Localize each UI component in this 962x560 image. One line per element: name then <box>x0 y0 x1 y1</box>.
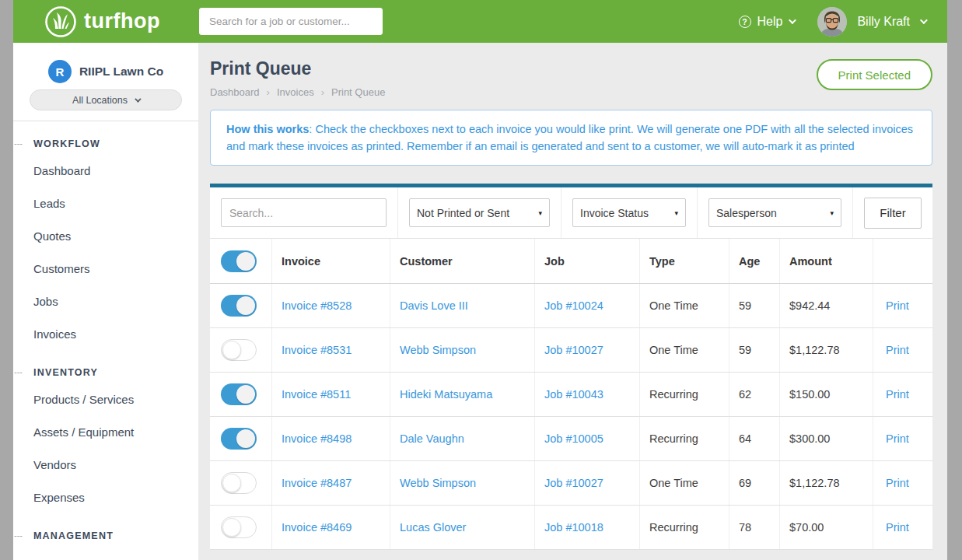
column-header-amount: Amount <box>780 239 873 283</box>
global-search-input[interactable] <box>199 8 383 35</box>
customer-link[interactable]: Webb Simpson <box>400 344 476 356</box>
print-link[interactable]: Print <box>886 477 909 489</box>
sidebar-item-jobs[interactable]: Jobs <box>13 285 198 317</box>
invoice-link[interactable]: Invoice #8531 <box>282 344 352 356</box>
brand-name: turfhop <box>84 9 160 33</box>
salesperson-select[interactable]: Salesperson ▾ <box>708 198 841 227</box>
invoice-link[interactable]: Invoice #8511 <box>282 388 351 401</box>
customer-link-cell: Davis Love III <box>390 284 535 327</box>
toggle-knob <box>222 518 241 537</box>
column-header-type: Type <box>640 239 729 283</box>
sidebar-item-products-services[interactable]: Products / Services <box>13 383 198 415</box>
type-value-cell: Recurring <box>640 506 729 549</box>
type-value: One Time <box>649 299 698 312</box>
select-arrow-icon: ▾ <box>538 209 542 217</box>
row-toggle[interactable] <box>221 516 257 538</box>
breadcrumb-item-print-queue[interactable]: Print Queue <box>331 86 385 98</box>
print-link[interactable]: Print <box>886 344 909 356</box>
invoice-link[interactable]: Invoice #8487 <box>282 477 352 489</box>
type-value: One Time <box>649 344 698 356</box>
invoice-link-cell: Invoice #8469 <box>272 506 390 549</box>
sidebar: R RIIPL Lawn Co All Locations ---WORKFLO… <box>13 43 198 560</box>
invoice-status-select[interactable]: Invoice Status ▾ <box>572 198 686 227</box>
job-link[interactable]: Job #10043 <box>544 388 603 401</box>
customer-link[interactable]: Davis Love III <box>400 299 468 312</box>
user-menu[interactable]: Billy Kraft <box>817 7 925 37</box>
sidebar-item-expenses[interactable]: Expenses <box>13 481 198 513</box>
print-link[interactable]: Print <box>886 432 909 445</box>
sidebar-item-quotes[interactable]: Quotes <box>13 219 198 252</box>
invoice-link[interactable]: Invoice #8498 <box>282 432 352 445</box>
sidebar-item-dashboard[interactable]: Dashboard <box>13 154 198 187</box>
job-link[interactable]: Job #10027 <box>544 477 603 489</box>
user-name: Billy Kraft <box>857 15 910 29</box>
help-menu[interactable]: ? Help <box>739 15 795 29</box>
select-all-toggle[interactable] <box>221 250 257 272</box>
select-all-cell <box>210 239 272 283</box>
amount-value: $1,122.78 <box>789 477 840 489</box>
row-toggle-cell <box>210 417 272 460</box>
print-link[interactable]: Print <box>886 521 909 534</box>
table-row: Invoice #8511Hideki MatsuyamaJob #10043R… <box>210 373 932 417</box>
app-window: turfhop ? Help <box>13 0 947 560</box>
row-toggle-cell <box>210 284 272 327</box>
amount-value: $150.00 <box>789 388 830 401</box>
job-link[interactable]: Job #10027 <box>544 344 603 356</box>
customer-link[interactable]: Dale Vaughn <box>400 432 464 445</box>
job-link[interactable]: Job #10024 <box>544 299 603 312</box>
job-link[interactable]: Job #10005 <box>544 432 603 445</box>
print-link[interactable]: Print <box>886 388 909 401</box>
invoice-table: InvoiceCustomerJobTypeAgeAmountInvoice #… <box>210 239 932 550</box>
print-link[interactable]: Print <box>886 299 909 312</box>
row-toggle-cell <box>210 461 272 505</box>
type-value: Recurring <box>649 388 698 401</box>
type-value: Recurring <box>649 521 698 534</box>
age-value: 62 <box>739 388 751 401</box>
invoice-link-cell: Invoice #8511 <box>272 373 390 416</box>
customer-link[interactable]: Lucas Glover <box>400 521 466 534</box>
row-toggle[interactable] <box>221 428 257 450</box>
job-link[interactable]: Job #10018 <box>544 521 603 534</box>
amount-value: $942.44 <box>789 299 830 312</box>
select-arrow-icon: ▾ <box>830 209 834 217</box>
sidebar-item-customers[interactable]: Customers <box>13 252 198 285</box>
filter-button[interactable]: Filter <box>864 198 922 229</box>
row-toggle[interactable] <box>221 472 257 494</box>
sidebar-item-vendors[interactable]: Vendors <box>13 448 198 481</box>
table-search-input[interactable] <box>221 198 387 227</box>
invoice-link[interactable]: Invoice #8528 <box>282 299 352 312</box>
amount-value: $70.00 <box>789 521 824 534</box>
locations-selector[interactable]: All Locations <box>30 89 182 110</box>
age-value: 78 <box>739 521 751 534</box>
page-head: Print Queue Dashboard›Invoices›Print Que… <box>210 52 932 98</box>
breadcrumb-item-dashboard[interactable]: Dashboard <box>210 86 260 98</box>
job-link-cell: Job #10027 <box>535 461 640 505</box>
sidebar-item-leads[interactable]: Leads <box>13 187 198 219</box>
age-value-cell: 69 <box>729 461 780 505</box>
customer-link[interactable]: Hideki Matsuyama <box>400 388 492 401</box>
breadcrumb-item-invoices[interactable]: Invoices <box>277 86 314 98</box>
row-toggle[interactable] <box>221 383 257 405</box>
brand[interactable]: turfhop <box>44 5 199 38</box>
printed-sent-select[interactable]: Not Printed or Sent ▾ <box>409 198 550 227</box>
sidebar-item-invoices[interactable]: Invoices <box>13 317 198 350</box>
customer-link[interactable]: Webb Simpson <box>400 477 476 489</box>
main-content: Print Queue Dashboard›Invoices›Print Que… <box>198 43 947 560</box>
print-selected-button[interactable]: Print Selected <box>817 59 932 90</box>
job-link-cell: Job #10018 <box>535 506 640 549</box>
toggle-knob <box>222 474 241 492</box>
sidebar-section-label: WORKFLOW <box>33 138 100 149</box>
age-value: 59 <box>739 299 751 312</box>
section-dashes-icon: --- <box>14 138 23 148</box>
invoice-link[interactable]: Invoice #8469 <box>282 521 352 534</box>
print-link-cell: Print <box>873 506 932 549</box>
row-toggle-cell <box>210 506 272 549</box>
help-icon: ? <box>739 16 751 28</box>
type-value-cell: Recurring <box>640 373 729 416</box>
row-toggle[interactable] <box>221 295 257 317</box>
row-toggle[interactable] <box>221 339 257 361</box>
sidebar-item-assets-equipment[interactable]: Assets / Equipment <box>13 415 198 448</box>
screen: turfhop ? Help <box>0 0 962 560</box>
breadcrumb: Dashboard›Invoices›Print Queue <box>210 86 385 98</box>
table-row: Invoice #8498Dale VaughnJob #10005Recurr… <box>210 417 932 461</box>
